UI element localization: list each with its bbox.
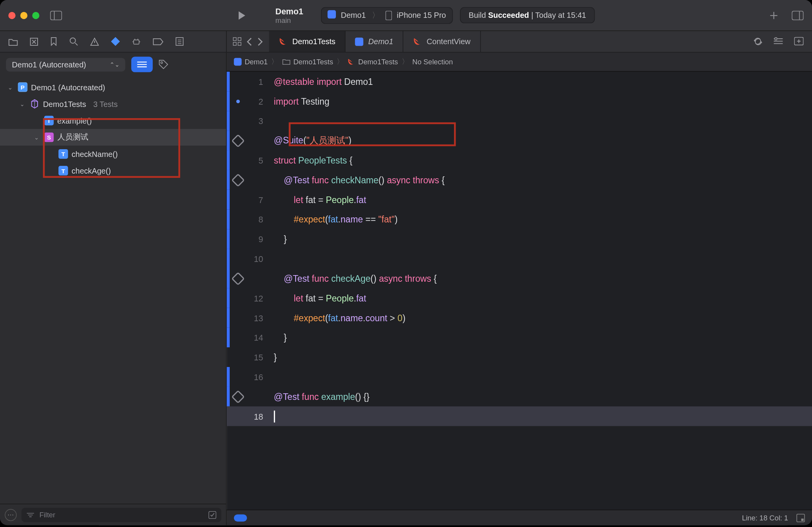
code-line[interactable]: @Suite("人员测试") <box>227 131 812 150</box>
run-test-gutter-icon[interactable] <box>230 274 246 283</box>
filter-status-icon[interactable] <box>208 510 217 519</box>
tree-suite[interactable]: ⌄ S 人员测试 <box>0 129 226 146</box>
bookmark-navigator-icon[interactable] <box>50 37 57 46</box>
line-number: 5 <box>246 155 270 165</box>
code-line[interactable]: 10 <box>227 249 812 269</box>
code-line[interactable]: 14 } <box>227 327 812 347</box>
filter-field[interactable]: Filter <box>21 508 221 522</box>
crumb-selection[interactable]: No Selection <box>412 58 453 66</box>
tree-testplan[interactable]: ⌄ P Demo1 (Autocreated) <box>0 79 226 95</box>
chevron-down-icon[interactable]: ⌄ <box>32 134 41 141</box>
tab-label: Demo1 <box>368 37 394 46</box>
run-test-gutter-icon[interactable] <box>230 175 246 185</box>
project-navigator-icon[interactable] <box>9 37 18 46</box>
svg-rect-9 <box>134 40 139 44</box>
code-line[interactable]: 1@testable import Demo1 <box>227 72 812 91</box>
debug-navigator-icon[interactable] <box>132 37 141 46</box>
scheme-separator: 〉 <box>372 10 380 21</box>
editor-nav-controls <box>227 37 269 46</box>
tab-contentview[interactable]: ContentView <box>403 31 480 52</box>
filter-menu-icon[interactable]: ⋯ <box>5 509 17 521</box>
forward-button[interactable] <box>257 37 263 46</box>
add-editor-icon[interactable] <box>794 37 804 46</box>
report-navigator-icon[interactable] <box>175 37 184 46</box>
crumb-file[interactable]: Demo1Tests <box>348 58 398 66</box>
chevron-down-icon[interactable]: ⌄ <box>6 84 14 90</box>
code-line[interactable]: 2import Testing <box>227 91 812 111</box>
tab-label: Demo1Tests <box>292 37 335 46</box>
issue-navigator-icon[interactable] <box>90 37 99 46</box>
chevron-down-icon[interactable]: ⌄ <box>18 100 26 107</box>
test-icon: T <box>58 166 68 176</box>
navigator-selector <box>0 31 227 52</box>
tree-test-checkage[interactable]: T checkAge() <box>0 162 226 179</box>
minimize-window-button[interactable] <box>20 12 27 19</box>
tree-test-checkname[interactable]: T checkName() <box>0 146 226 162</box>
refresh-icon[interactable] <box>754 37 762 46</box>
test-navigator: Demo1 (Autocreated) ⌃⌄ ⌄ P Demo1 (Autocr… <box>0 53 227 525</box>
code-line[interactable]: 16 <box>227 367 812 387</box>
back-button[interactable] <box>246 37 252 46</box>
run-button[interactable] <box>236 10 247 21</box>
project-info[interactable]: Demo1 main <box>275 6 303 24</box>
editor-options-icon[interactable] <box>773 37 783 46</box>
line-number: 12 <box>246 293 270 303</box>
svg-line-7 <box>75 43 77 45</box>
svg-point-26 <box>161 62 163 64</box>
tab-demo1tests[interactable]: Demo1Tests <box>269 31 346 52</box>
source-control-navigator-icon[interactable] <box>30 37 38 46</box>
zoom-window-button[interactable] <box>32 12 39 19</box>
svg-rect-17 <box>238 42 241 45</box>
target-icon <box>30 99 40 109</box>
test-tree: ⌄ P Demo1 (Autocreated) ⌄ Demo1Tests 3 T… <box>0 76 226 504</box>
code-line[interactable]: 13 #expect(fat.name.count > 0) <box>227 308 812 328</box>
code-line[interactable]: 7 let fat = People.fat <box>227 190 812 210</box>
tree-label: Demo1Tests <box>43 99 86 108</box>
jump-bar[interactable]: Demo1 〉 Demo1Tests 〉 Demo1Tests 〉 No Sel… <box>227 53 812 72</box>
crumb-project[interactable]: Demo1 <box>234 58 268 66</box>
crumb-folder[interactable]: Demo1Tests <box>282 58 333 66</box>
tree-test-example[interactable]: T example() <box>0 112 226 129</box>
code-line[interactable]: 9 } <box>227 229 812 249</box>
code-line[interactable]: 12 let fat = People.fat <box>227 288 812 308</box>
close-window-button[interactable] <box>9 12 15 19</box>
code-line-current[interactable]: 18 <box>227 406 812 426</box>
tab-demo1[interactable]: Demo1 <box>346 31 403 52</box>
code-line[interactable]: 3 <box>227 111 812 131</box>
xcode-window: Demo1 main Demo1 〉 iPhone 15 Pro Build S… <box>0 0 812 525</box>
line-number: 18 <box>246 412 270 421</box>
editor-layout-icon[interactable] <box>797 513 805 522</box>
titlebar: Demo1 main Demo1 〉 iPhone 15 Pro Build S… <box>0 0 812 31</box>
breakpoint-navigator-icon[interactable] <box>153 38 163 45</box>
navigator-tabs-row: Demo1Tests Demo1 ContentView <box>0 31 812 52</box>
find-navigator-icon[interactable] <box>69 37 78 46</box>
code-line[interactable]: 5struct PeopleTests { <box>227 150 812 170</box>
activity-viewer[interactable]: Build Succeeded | Today at 15:41 <box>460 7 595 23</box>
svg-point-6 <box>70 38 76 43</box>
gutter-dot-icon[interactable] <box>230 99 246 103</box>
code-line[interactable]: @Test func checkAge() async throws { <box>227 269 812 288</box>
sidebar-toggle-icon[interactable] <box>50 10 62 20</box>
code-line[interactable]: @Test func example() {} <box>227 387 812 406</box>
tag-filter-icon[interactable] <box>159 60 169 69</box>
code-line[interactable]: 8 #expect(fat.name == "fat") <box>227 210 812 229</box>
view-mode-toggle[interactable] <box>131 57 153 72</box>
run-test-gutter-icon[interactable] <box>230 392 246 401</box>
minimap-toggle[interactable] <box>234 514 247 521</box>
scheme-target: Demo1 <box>341 11 366 20</box>
code-line[interactable]: @Test func checkName() async throws { <box>227 170 812 190</box>
tree-label: checkName() <box>72 150 118 158</box>
tree-target[interactable]: ⌄ Demo1Tests 3 Tests <box>0 95 226 112</box>
swift-icon <box>413 37 422 46</box>
source-editor[interactable]: 1@testable import Demo1 2import Testing … <box>227 72 812 510</box>
run-test-gutter-icon[interactable] <box>230 136 246 145</box>
scheme-selector[interactable]: Demo1 〉 iPhone 15 Pro <box>321 7 452 24</box>
code-line[interactable]: 15} <box>227 347 812 367</box>
folder-icon <box>282 59 291 65</box>
library-icon[interactable] <box>792 10 804 20</box>
app-icon <box>355 37 364 46</box>
test-plan-dropdown[interactable]: Demo1 (Autocreated) ⌃⌄ <box>6 58 125 71</box>
test-navigator-icon[interactable] <box>111 37 120 46</box>
add-icon[interactable] <box>769 10 779 20</box>
related-items-icon[interactable] <box>233 37 242 46</box>
